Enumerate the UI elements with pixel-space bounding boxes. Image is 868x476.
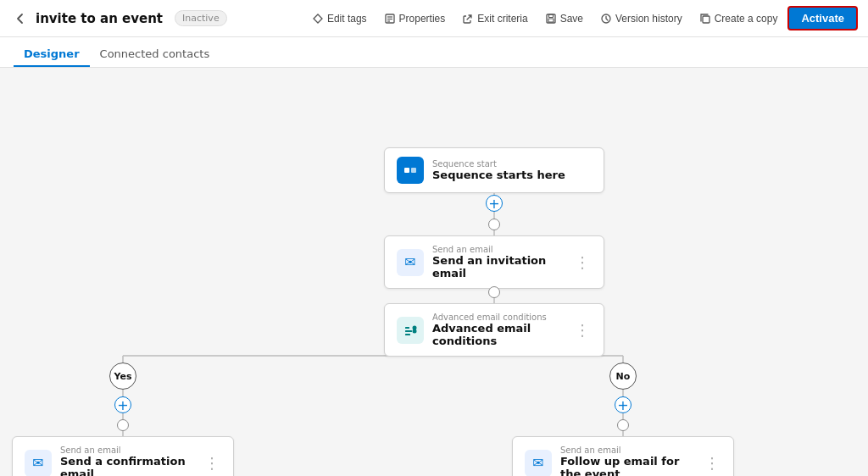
create-copy-button[interactable]: Create a copy <box>693 9 785 28</box>
svg-rect-27 <box>404 168 409 173</box>
tab-connected-contacts[interactable]: Connected contacts <box>90 41 220 67</box>
svg-rect-6 <box>548 19 554 22</box>
svg-point-33 <box>413 329 417 333</box>
edit-tags-button[interactable]: Edit tags <box>305 9 374 28</box>
send-followup-menu[interactable]: ⋮ <box>703 454 721 472</box>
svg-rect-8 <box>703 16 709 23</box>
svg-rect-29 <box>405 327 409 329</box>
topbar-actions: Edit tags Properties Exit criteria Save … <box>305 6 858 30</box>
svg-rect-31 <box>405 334 410 335</box>
version-history-button[interactable]: Version history <box>593 9 689 28</box>
yes-branch-label: Yes <box>109 363 136 390</box>
tab-designer[interactable]: Designer <box>14 41 90 67</box>
svg-rect-30 <box>405 330 412 332</box>
send-email-1-icon: ✉ <box>397 249 424 276</box>
plus-button-yes[interactable]: + <box>114 396 131 413</box>
send-confirmation-text: Send an email Send a confirmation email <box>60 446 194 476</box>
advanced-conditions-icon <box>397 317 424 344</box>
advanced-conditions-text: Advanced email conditions Advanced email… <box>432 313 565 347</box>
send-confirmation-node[interactable]: ✉ Send an email Send a confirmation emai… <box>12 436 234 476</box>
canvas: Sequence start Sequence starts here + ✉ … <box>0 68 868 476</box>
circle-connector-2 <box>488 286 500 298</box>
send-followup-node[interactable]: ✉ Send an email Follow up email for the … <box>512 436 734 476</box>
plus-button-no[interactable]: + <box>615 396 632 413</box>
status-badge: Inactive <box>175 10 227 26</box>
advanced-conditions-menu[interactable]: ⋮ <box>573 321 592 339</box>
sequence-start-node[interactable]: Sequence start Sequence starts here <box>384 147 604 193</box>
send-email-1-menu[interactable]: ⋮ <box>573 253 592 271</box>
send-email-1-node[interactable]: ✉ Send an email Send an invitation email… <box>384 235 604 289</box>
activate-button[interactable]: Activate <box>787 6 858 30</box>
circle-connector-yes <box>117 419 129 431</box>
page-title: invite to an event <box>36 11 163 26</box>
svg-rect-5 <box>548 14 553 18</box>
back-button[interactable] <box>10 8 31 29</box>
send-email-1-text: Send an email Send an invitation email <box>432 245 565 280</box>
svg-rect-28 <box>411 168 416 173</box>
advanced-conditions-node[interactable]: Advanced email conditions Advanced email… <box>384 303 604 357</box>
topbar: invite to an event Inactive Edit tags Pr… <box>0 0 868 37</box>
circle-connector-no <box>617 419 629 431</box>
save-button[interactable]: Save <box>538 9 590 28</box>
exit-criteria-button[interactable]: Exit criteria <box>455 9 534 28</box>
plus-button-1[interactable]: + <box>486 195 503 212</box>
send-followup-icon: ✉ <box>525 450 552 477</box>
sequence-start-icon <box>397 157 424 184</box>
send-confirmation-menu[interactable]: ⋮ <box>203 454 221 472</box>
sequence-start-text: Sequence start Sequence starts here <box>432 159 592 181</box>
tabbar: Designer Connected contacts <box>0 37 868 68</box>
circle-connector-1 <box>488 219 500 230</box>
no-branch-label: No <box>609 363 637 390</box>
send-followup-text: Send an email Follow up email for the ev… <box>560 446 694 476</box>
properties-button[interactable]: Properties <box>377 9 453 28</box>
send-confirmation-icon: ✉ <box>25 450 52 477</box>
